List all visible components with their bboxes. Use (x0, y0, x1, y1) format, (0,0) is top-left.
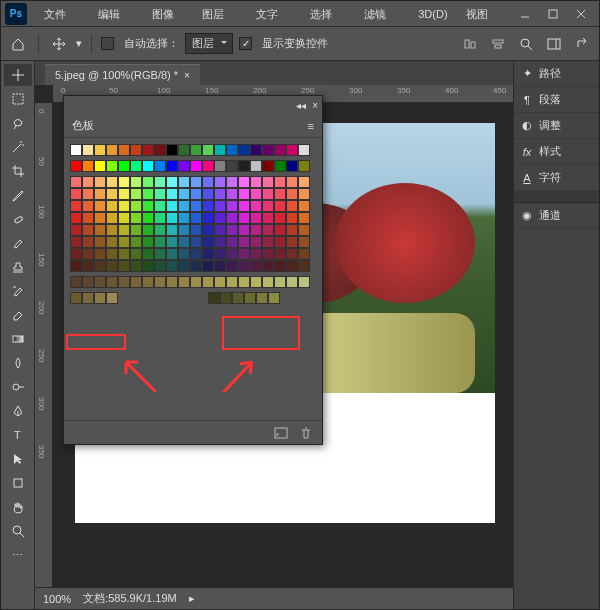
swatch[interactable] (274, 176, 286, 188)
menu-view[interactable]: 视图(V) (457, 1, 511, 27)
brush-tool[interactable] (4, 232, 32, 254)
swatch[interactable] (250, 248, 262, 260)
swatch[interactable] (298, 176, 310, 188)
swatch[interactable] (118, 260, 130, 272)
menu-3d[interactable]: 3D(D) (409, 1, 456, 27)
swatch[interactable] (220, 292, 232, 304)
swatch[interactable] (82, 292, 94, 304)
swatch[interactable] (286, 260, 298, 272)
swatch[interactable] (106, 200, 118, 212)
swatch[interactable] (298, 248, 310, 260)
swatch[interactable] (262, 248, 274, 260)
swatch[interactable] (166, 144, 178, 156)
swatch[interactable] (118, 176, 130, 188)
swatch[interactable] (154, 236, 166, 248)
swatch[interactable] (214, 260, 226, 272)
swatch[interactable] (274, 212, 286, 224)
swatch[interactable] (166, 176, 178, 188)
swatch[interactable] (286, 188, 298, 200)
auto-select-checkbox[interactable] (101, 37, 114, 50)
swatch[interactable] (154, 212, 166, 224)
swatch[interactable] (142, 160, 154, 172)
marquee-tool[interactable] (4, 88, 32, 110)
swatch[interactable] (154, 276, 166, 288)
swatch[interactable] (70, 144, 82, 156)
swatch[interactable] (106, 144, 118, 156)
swatch[interactable] (178, 160, 190, 172)
swatch[interactable] (94, 248, 106, 260)
swatch[interactable] (82, 200, 94, 212)
hand-tool[interactable] (4, 496, 32, 518)
swatch[interactable] (298, 224, 310, 236)
swatch[interactable] (70, 260, 82, 272)
swatch[interactable] (202, 144, 214, 156)
window-maximize-button[interactable] (539, 3, 567, 25)
history-brush-tool[interactable] (4, 280, 32, 302)
swatch[interactable] (226, 260, 238, 272)
swatch[interactable] (106, 248, 118, 260)
swatch[interactable] (262, 144, 274, 156)
swatch[interactable] (142, 236, 154, 248)
swatch[interactable] (190, 160, 202, 172)
swatch[interactable] (154, 224, 166, 236)
swatch[interactable] (70, 276, 82, 288)
swatch[interactable] (94, 176, 106, 188)
swatch[interactable] (286, 160, 298, 172)
eraser-tool[interactable] (4, 304, 32, 326)
swatch[interactable] (94, 276, 106, 288)
window-close-button[interactable] (567, 3, 595, 25)
panel-styles[interactable]: fx样式 (514, 139, 599, 165)
swatch[interactable] (70, 236, 82, 248)
swatch[interactable] (118, 200, 130, 212)
swatch[interactable] (142, 224, 154, 236)
swatch[interactable] (226, 248, 238, 260)
swatches-panel[interactable]: ◂◂ × 色板 ≡ (63, 95, 323, 445)
swatch[interactable] (178, 260, 190, 272)
gradient-tool[interactable] (4, 328, 32, 350)
move-tool[interactable] (4, 64, 32, 86)
swatch[interactable] (178, 248, 190, 260)
swatch[interactable] (118, 248, 130, 260)
swatch[interactable] (214, 236, 226, 248)
swatch[interactable] (94, 200, 106, 212)
swatch[interactable] (250, 160, 262, 172)
swatch[interactable] (130, 176, 142, 188)
swatch[interactable] (214, 176, 226, 188)
stamp-tool[interactable] (4, 256, 32, 278)
type-tool[interactable]: T (4, 424, 32, 446)
swatch[interactable] (262, 212, 274, 224)
swatch[interactable] (82, 276, 94, 288)
swatch[interactable] (250, 236, 262, 248)
swatch[interactable] (130, 160, 142, 172)
panel-menu-icon[interactable]: ≡ (308, 120, 314, 132)
swatch[interactable] (274, 224, 286, 236)
swatch[interactable] (118, 188, 130, 200)
swatch[interactable] (94, 212, 106, 224)
swatch[interactable] (214, 188, 226, 200)
swatch[interactable] (226, 144, 238, 156)
swatch[interactable] (190, 144, 202, 156)
panel-character[interactable]: A字符 (514, 165, 599, 191)
swatch[interactable] (202, 260, 214, 272)
swatch[interactable] (190, 200, 202, 212)
swatch[interactable] (208, 292, 220, 304)
show-transform-checkbox[interactable] (239, 37, 252, 50)
swatch[interactable] (298, 160, 310, 172)
swatch[interactable] (226, 188, 238, 200)
swatch[interactable] (166, 212, 178, 224)
swatch[interactable] (166, 260, 178, 272)
swatch[interactable] (142, 200, 154, 212)
swatch[interactable] (286, 144, 298, 156)
swatch[interactable] (106, 276, 118, 288)
swatch[interactable] (154, 188, 166, 200)
swatch[interactable] (202, 224, 214, 236)
share-icon[interactable] (571, 33, 593, 55)
menu-edit[interactable]: 编辑(E) (89, 1, 143, 27)
swatch[interactable] (106, 224, 118, 236)
swatch[interactable] (154, 200, 166, 212)
swatch[interactable] (106, 236, 118, 248)
swatch[interactable] (190, 188, 202, 200)
swatch[interactable] (70, 176, 82, 188)
swatch[interactable] (262, 188, 274, 200)
swatch[interactable] (238, 236, 250, 248)
